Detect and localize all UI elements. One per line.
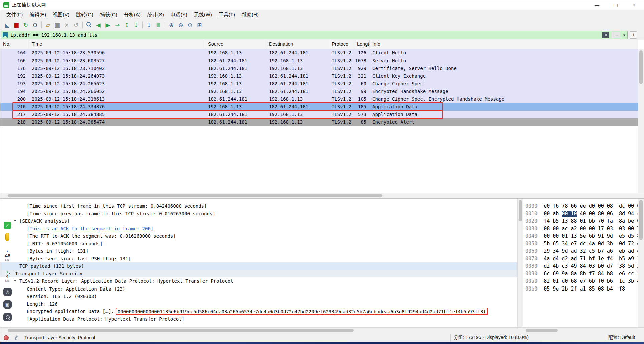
overlay-screenshot-icon[interactable]: ▣ (3, 300, 12, 309)
menu-statistics[interactable]: 统计(S) (144, 11, 167, 19)
packet-list-vertical-scrollbar[interactable] (638, 49, 644, 193)
packet-row-218[interactable]: 2182025-09-12 15:18:24.385474182.61.244.… (0, 118, 638, 126)
menu-capture[interactable]: 捕获(C) (97, 11, 121, 19)
packet-row-210[interactable]: 2102025-09-12 15:18:24.334876192.168.1.1… (0, 103, 638, 111)
col-length[interactable]: Lengt (354, 40, 370, 49)
detail-line-7[interactable]: [Bytes sent since last PSH flag: 131] (0, 255, 517, 263)
expand-arrow-icon[interactable]: ▾ (12, 217, 18, 225)
filter-add-button[interactable]: + (630, 31, 637, 39)
menu-help[interactable]: 帮助(H) (238, 11, 262, 19)
hex-row-0080[interactable]: 0080 d2 4b c3 49 84 03 b0 d7 38 5d 2c (525, 262, 638, 270)
goto-packet-icon[interactable]: → (113, 21, 122, 29)
menu-view[interactable]: 视图(V) (49, 11, 73, 19)
auto-scroll-icon[interactable]: ⇟ (144, 21, 154, 29)
zoom-out-icon[interactable]: ⊖ (176, 21, 185, 29)
overlay-status-check-icon[interactable]: ✓ (4, 222, 11, 229)
menu-wireless[interactable]: 无线(W) (191, 11, 215, 19)
shark-fin-start-capture-icon[interactable]: ◣ (2, 21, 12, 29)
filter-dropdown-icon[interactable]: ▾ (623, 33, 625, 38)
menu-edit[interactable]: 编辑(E) (26, 11, 49, 19)
menu-tools[interactable]: 工具(T) (215, 11, 238, 19)
scrollbar-thumb[interactable] (526, 329, 558, 332)
scrollbar-thumb[interactable] (8, 194, 382, 197)
next-packet-icon[interactable]: ▶ (103, 21, 113, 29)
filter-apply-icon[interactable]: → (612, 32, 620, 38)
stop-capture-icon[interactable]: ■ (12, 21, 21, 29)
scrollbar-thumb[interactable] (639, 50, 643, 84)
first-packet-icon[interactable]: ↥ (122, 21, 131, 29)
overlay-battery-icon[interactable] (5, 233, 9, 241)
detail-line-14[interactable]: Encrypted Application Data […]: 00000000… (0, 308, 517, 315)
detail-line-4[interactable]: [The RTT to ACK the segment was: 0.01626… (0, 232, 517, 240)
close-file-icon[interactable]: × (62, 21, 71, 29)
close-button[interactable]: × (625, 0, 644, 10)
hex-row-0070[interactable]: 0070 4a d4 d2 ad 71 bf 1e f4 b5 a9 3f (525, 255, 638, 263)
hex-horizontal-scrollbar[interactable] (523, 327, 644, 333)
reload-file-icon[interactable]: ↺ (71, 21, 81, 29)
overlay-search-icon[interactable] (3, 313, 12, 321)
packet-row-200[interactable]: 2002025-09-12 15:18:24.318613182.61.244.… (0, 95, 638, 103)
zoom-in-icon[interactable]: ⊕ (167, 21, 176, 29)
filter-clear-icon[interactable]: × (602, 32, 609, 38)
capture-options-gear-icon[interactable]: ⚙ (30, 21, 40, 29)
scrollbar-thumb[interactable] (519, 200, 522, 221)
detail-line-1[interactable]: [Time since previous frame in this TCP s… (0, 210, 517, 218)
packet-row-192[interactable]: 1922025-09-12 15:18:24.264073192.168.1.1… (0, 72, 638, 80)
menu-analyze[interactable]: 分析(A) (121, 11, 144, 19)
last-packet-icon[interactable]: ↧ (131, 21, 141, 29)
detail-vertical-scrollbar[interactable] (517, 198, 523, 327)
hex-row-0020[interactable]: 0020 f4 b5 13 88 01 bb 70 fa 8a be 0b (525, 217, 638, 225)
hex-row-00a0[interactable]: 00a0 82 01 d0 68 e7 6b f0 b6 1c 3b 4b (525, 277, 638, 285)
hex-row-0010[interactable]: 0010 00 ab 00 10 40 00 80 06 8d 94 c0 (525, 210, 638, 218)
detail-line-5[interactable]: [iRTT: 0.031054000 seconds] (0, 240, 517, 248)
save-file-icon[interactable]: ▣ (53, 21, 62, 29)
filter-bookmark-icon[interactable] (3, 32, 8, 38)
packet-row-176[interactable]: 1762025-09-12 15:18:23.710402182.61.244.… (0, 65, 638, 72)
hex-row-0050[interactable]: 0050 5b 65 34 e7 dc 4a 0d 3b 0d 72 e4 (525, 240, 638, 248)
detail-line-0[interactable]: [Time since first frame in this TCP stre… (0, 202, 517, 210)
display-filter-input[interactable]: ip.addr == 192.168.1.13 and tls × → ▾ (1, 31, 628, 39)
minimize-button[interactable]: — (588, 0, 606, 10)
packet-list-horizontal-scrollbar[interactable] (0, 193, 644, 198)
hex-row-00b0[interactable]: 00b0 05 9e 2b 2f a1 85 08 b4 f8 (525, 285, 638, 293)
detail-line-2[interactable]: ▾[SEQ/ACK analysis] (0, 217, 517, 225)
status-profile[interactable]: 配置: Default (608, 335, 635, 341)
hex-row-0090[interactable]: 0090 6c 69 9a 8a 8b f7 84 b8 e6 cc 1f (525, 270, 638, 278)
detail-horizontal-scrollbar[interactable] (0, 327, 523, 333)
detail-line-8[interactable]: TCP payload (131 bytes) (0, 262, 517, 270)
hex-row-0060[interactable]: 0060 29 34 9d ad 32 c5 b7 a6 eb ad ea (525, 247, 638, 255)
packet-row-166[interactable]: 1662025-09-12 15:18:23.603527182.61.244.… (0, 57, 638, 65)
col-destination[interactable]: Destination (266, 40, 329, 49)
detail-line-10[interactable]: ▾TLSv1.2 Record Layer: Application Data … (0, 277, 517, 285)
menu-go[interactable]: 跳转(G) (73, 11, 97, 19)
col-source[interactable]: Source (205, 40, 266, 49)
hex-row-0040[interactable]: 0040 00 00 01 13 5e 6b 91 9d e5 d5 86 (525, 232, 638, 240)
detail-line-6[interactable]: [Bytes in flight: 131] (0, 247, 517, 255)
col-protocol[interactable]: Protoco (329, 40, 354, 49)
packet-row-217[interactable]: 2172025-09-12 15:18:24.384885182.61.244.… (0, 111, 638, 118)
menu-telephony[interactable]: 电话(Y) (167, 11, 191, 19)
detail-line-3[interactable]: [This is an ACK to the segment in frame:… (0, 225, 517, 233)
packet-row-164[interactable]: 1642025-09-12 15:18:23.530596192.168.1.1… (0, 49, 638, 57)
col-info[interactable]: Info (370, 40, 638, 49)
hex-row-0000[interactable]: 0000 e0 f6 78 66 ee d0 00 08 dc 00 02 (525, 202, 638, 210)
detail-line-12[interactable]: Version: TLS 1.2 (0x0303) (0, 293, 517, 300)
detail-line-9[interactable]: ▾Transport Layer Security (0, 270, 517, 278)
overlay-target-icon[interactable]: ◎ (3, 288, 12, 296)
expert-info-icon[interactable] (4, 335, 9, 340)
packet-row-194[interactable]: 1942025-09-12 15:18:24.266052192.168.1.1… (0, 88, 638, 95)
col-time[interactable]: Time (29, 40, 205, 49)
scrollbar-thumb[interactable] (8, 329, 354, 332)
restart-capture-icon[interactable]: ↻ (21, 21, 30, 29)
detail-line-15[interactable]: [Application Data Protocol: Hypertext Tr… (0, 315, 517, 323)
col-no[interactable]: No. (0, 40, 29, 49)
colorize-packets-icon[interactable]: ≣ (154, 21, 163, 29)
scrollbar-thumb[interactable] (639, 200, 643, 240)
zoom-reset-icon[interactable]: ⊙ (185, 21, 195, 29)
hex-vertical-scrollbar[interactable] (638, 198, 644, 327)
menu-file[interactable]: 文件(F) (3, 11, 26, 19)
open-file-icon[interactable]: ▱ (43, 21, 53, 29)
find-packet-icon[interactable] (84, 21, 94, 29)
previous-packet-icon[interactable]: ◀ (94, 21, 103, 29)
capture-comment-pencil-icon[interactable] (13, 335, 18, 340)
